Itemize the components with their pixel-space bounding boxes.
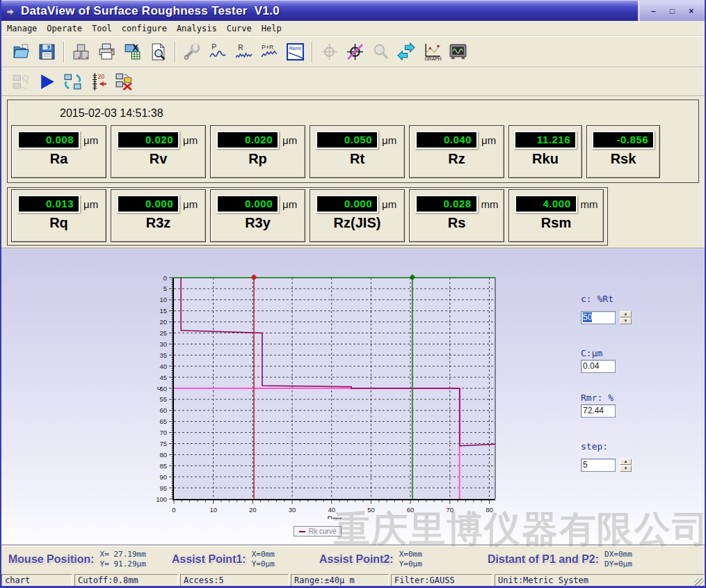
menu-manage[interactable]: Manage: [7, 24, 37, 33]
pr-profile-curve-icon[interactable]: P+R: [257, 40, 282, 65]
svg-text:45: 45: [159, 374, 167, 381]
measure-r3y: 0.000μmR3y: [210, 189, 305, 242]
rsk-label: Rsk: [587, 151, 659, 167]
main-toolbar: X P R P+R Rkmr GRAPH: [1, 36, 705, 67]
rp-label: Rp: [211, 151, 305, 167]
svg-text:55: 55: [159, 395, 167, 403]
svg-text:10: 10: [209, 506, 217, 514]
svg-text:25: 25: [159, 329, 167, 337]
rsm-value: 4.000: [516, 196, 576, 212]
distance-label: Distant of P1 and P2:: [488, 553, 599, 566]
step-input[interactable]: 5: [581, 459, 616, 472]
svg-text:70: 70: [159, 429, 167, 436]
rzjis-value: 0.000: [317, 196, 377, 212]
window-title: DataView of Surface Roughness Tester V1.…: [21, 4, 280, 18]
assist1-y: Y=0μm: [252, 559, 275, 569]
save-file-icon[interactable]: [34, 40, 60, 65]
svg-text:85: 85: [159, 462, 167, 470]
ra-value: 0.008: [19, 132, 79, 148]
export-excel-icon[interactable]: X: [120, 40, 145, 65]
c-spin-up-icon[interactable]: ▲: [620, 311, 632, 317]
menu-analysis[interactable]: Analysis: [177, 24, 217, 33]
app-icon[interactable]: [6, 6, 15, 16]
rv-value: 0.020: [118, 132, 178, 148]
close-button[interactable]: ×: [686, 6, 697, 16]
rzjis-label: Rz(JIS): [310, 215, 404, 231]
menu-tool[interactable]: Tool: [92, 24, 112, 33]
legend-label: Rk curve: [309, 527, 336, 535]
status-access: Access:5: [180, 574, 289, 588]
chart-legend: Rk curve: [294, 526, 342, 537]
c-percent-input[interactable]: 50: [581, 311, 616, 324]
measure-rku: 11.216Rku: [508, 125, 582, 178]
measure-rz: 0.040μmRz: [409, 125, 504, 178]
menu-operate[interactable]: Operate: [47, 24, 82, 33]
maximize-button[interactable]: □: [667, 6, 678, 16]
rk-curve-plot[interactable]: 0510152025303540455055606570758085909510…: [156, 271, 501, 519]
rsm-label: Rsm: [509, 215, 603, 231]
print-preview-icon[interactable]: [145, 40, 171, 65]
settings-wrench-icon[interactable]: [179, 40, 205, 65]
step-label: step:: [581, 441, 650, 452]
c-spin-down-icon[interactable]: ▼: [620, 318, 632, 324]
sync-data-icon[interactable]: [60, 70, 86, 95]
rt-label: Rt: [310, 151, 404, 167]
step-spin-up-icon[interactable]: ▲: [620, 459, 632, 465]
svg-text:P+R: P+R: [262, 44, 273, 51]
distance-dy: DY=0μm: [604, 559, 632, 569]
menu-configure[interactable]: configure: [122, 24, 167, 33]
rs-value: 0.028: [417, 196, 476, 212]
resize-grip[interactable]: [695, 578, 704, 587]
measure-r3z: 0.000μmR3z: [111, 189, 206, 242]
rkmr-curve-icon[interactable]: Rkmr: [282, 40, 308, 65]
disconnect-icon[interactable]: [111, 70, 137, 95]
assist2-y: Y=0μm: [399, 559, 422, 569]
assist-point1-group: Assist Point1: X=0mmY=0μm: [172, 550, 319, 569]
mouse-position-group: Mouse Position: X= 27.19mmY= 91.29μm: [8, 550, 172, 569]
oscilloscope-icon[interactable]: [445, 40, 471, 65]
print-icon[interactable]: [94, 40, 120, 65]
open-file-icon[interactable]: [8, 40, 34, 65]
svg-text:30: 30: [159, 340, 167, 348]
svg-text:Rkmr: Rkmr: [289, 45, 302, 51]
rku-label: Rku: [509, 151, 581, 167]
rmr-input[interactable]: 72.44: [581, 404, 616, 418]
rt-value: 0.050: [317, 132, 377, 148]
mouse-position-label: Mouse Position:: [8, 553, 95, 566]
rs-label: Rs: [410, 215, 504, 231]
step-spin-down-icon[interactable]: ▼: [620, 466, 632, 472]
svg-text:90: 90: [159, 473, 167, 481]
transfer-data-icon[interactable]: [394, 40, 419, 65]
rzjis-unit: μm: [382, 198, 399, 210]
c-depth-input[interactable]: 0.04: [581, 360, 616, 373]
crosshair-off-icon[interactable]: [342, 40, 368, 65]
sample-range-20-icon[interactable]: 20: [86, 70, 111, 95]
results-row-1: 0.008μmRa 0.020μmRv 0.020μmRp 0.050μmRt …: [11, 125, 695, 178]
r3z-unit: μm: [183, 198, 200, 210]
r3y-label: R3y: [211, 215, 305, 231]
svg-text:35: 35: [159, 351, 167, 359]
menu-curve[interactable]: Curve: [227, 24, 252, 33]
svg-text:60: 60: [159, 406, 167, 414]
rs-unit: mm: [481, 198, 499, 210]
minimize-button[interactable]: –: [648, 6, 659, 16]
menu-help[interactable]: Help: [262, 24, 282, 33]
rsk-value: -0.856: [593, 132, 653, 148]
recorder-icon: [8, 70, 34, 95]
p-profile-curve-icon[interactable]: P: [205, 40, 231, 65]
svg-text:80: 80: [159, 451, 167, 459]
titlebar[interactable]: DataView of Surface Roughness Tester V1.…: [1, 0, 705, 21]
svg-text:5: 5: [163, 285, 167, 292]
measurement-timestamp: 2015-02-03 14:51:38: [11, 102, 695, 125]
crosshair-icon: [316, 40, 342, 65]
rq-unit: μm: [83, 198, 100, 210]
rv-label: Rv: [111, 151, 205, 167]
database-icon[interactable]: [68, 40, 94, 65]
svg-text:GRAPH: GRAPH: [425, 56, 442, 61]
menu-bar: Manage Operate Tool configure Analysis C…: [1, 21, 705, 36]
r-profile-curve-icon[interactable]: R: [231, 40, 257, 65]
play-measure-icon[interactable]: [34, 70, 60, 95]
r3z-label: R3z: [111, 215, 205, 231]
graph-icon[interactable]: GRAPH: [419, 40, 445, 65]
status-unit: Unit:Metric System: [495, 574, 705, 588]
